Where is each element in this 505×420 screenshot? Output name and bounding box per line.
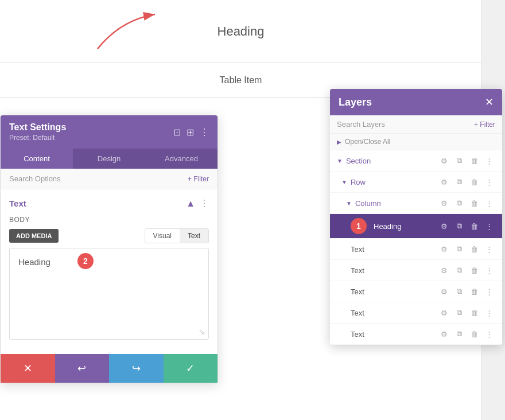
text-1-settings-icon[interactable]: ⚙ xyxy=(438,243,450,255)
add-media-button[interactable]: ADD MEDIA xyxy=(9,229,59,243)
text-5-more-icon[interactable]: ⋮ xyxy=(483,328,495,340)
section-chevron: ▼ xyxy=(337,158,343,164)
layers-search-input[interactable]: Search Layers xyxy=(337,120,474,129)
text-3-label: Text xyxy=(351,287,434,296)
row-copy-icon[interactable]: ⧉ xyxy=(453,176,465,188)
text-1-more-icon[interactable]: ⋮ xyxy=(483,243,495,255)
text-3-delete-icon[interactable]: 🗑 xyxy=(468,285,480,298)
section-more-icon[interactable]: ⋮ xyxy=(483,154,495,167)
more-options-icon[interactable]: ⋮ xyxy=(200,127,209,138)
tab-design[interactable]: Design xyxy=(73,149,145,169)
text-section-header: Text ▲ ⋮ xyxy=(9,198,209,209)
row-delete-icon[interactable]: 🗑 xyxy=(468,176,480,188)
text-5-copy-icon[interactable]: ⧉ xyxy=(453,328,465,340)
layer-item-text-2[interactable]: Text ⚙ ⧉ 🗑 ⋮ xyxy=(330,260,502,281)
text-4-delete-icon[interactable]: 🗑 xyxy=(468,306,480,319)
text-5-delete-icon[interactable]: 🗑 xyxy=(468,328,480,340)
column-settings-icon[interactable]: ⚙ xyxy=(438,197,450,209)
text-section-title: Text xyxy=(9,199,26,208)
heading-more-icon[interactable]: ⋮ xyxy=(483,220,495,232)
text-3-copy-icon[interactable]: ⧉ xyxy=(453,285,465,298)
text-2-label: Text xyxy=(351,266,434,275)
undo-button[interactable]: ↩ xyxy=(55,354,110,383)
text-1-delete-icon[interactable]: 🗑 xyxy=(468,243,480,255)
panel-title: Text Settings xyxy=(9,122,66,133)
text-5-settings-icon[interactable]: ⚙ xyxy=(438,328,450,340)
collapse-icon[interactable]: ▲ xyxy=(186,199,195,209)
panel-footer: ✕ ↩ ↪ ✓ xyxy=(1,354,217,383)
text-3-settings-icon[interactable]: ⚙ xyxy=(438,285,450,298)
text-3-more-icon[interactable]: ⋮ xyxy=(483,285,495,298)
panel-search-bar: Search Options + Filter xyxy=(1,169,217,189)
text-section-controls: ▲ ⋮ xyxy=(186,198,209,209)
row-more-icon[interactable]: ⋮ xyxy=(483,176,495,188)
layers-filter-button[interactable]: + Filter xyxy=(474,120,495,129)
section-settings-icon[interactable]: ⚙ xyxy=(438,154,450,167)
search-options-label: Search Options xyxy=(9,174,188,183)
row-icons: ⚙ ⧉ 🗑 ⋮ xyxy=(438,176,495,188)
column-more-icon[interactable]: ⋮ xyxy=(483,197,495,209)
layer-item-column[interactable]: ▼ Column ⚙ ⧉ 🗑 ⋮ xyxy=(330,193,502,214)
heading-copy-icon[interactable]: ⧉ xyxy=(453,220,465,232)
section-more-icon[interactable]: ⋮ xyxy=(200,198,209,209)
layer-item-text-4[interactable]: Text ⚙ ⧉ 🗑 ⋮ xyxy=(330,302,502,324)
fullscreen-icon[interactable]: ⊡ xyxy=(173,127,181,138)
columns-icon[interactable]: ⊞ xyxy=(187,127,194,138)
layers-header: Layers ✕ xyxy=(330,89,502,115)
editor-area[interactable]: Heading 2 ⇘ xyxy=(9,248,209,340)
layers-title: Layers xyxy=(339,96,372,108)
save-button[interactable]: ✓ xyxy=(164,354,218,383)
tab-content[interactable]: Content xyxy=(1,149,73,169)
layers-search-row: Search Layers + Filter xyxy=(330,115,502,134)
row-settings-icon[interactable]: ⚙ xyxy=(438,176,450,188)
layer-item-row[interactable]: ▼ Row ⚙ ⧉ 🗑 ⋮ xyxy=(330,172,502,193)
filter-button[interactable]: + Filter xyxy=(188,175,209,183)
section-copy-icon[interactable]: ⧉ xyxy=(453,154,465,167)
section-delete-icon[interactable]: 🗑 xyxy=(468,154,480,167)
panel-header: Text Settings Preset: Default ⊡ ⊞ ⋮ xyxy=(1,115,217,149)
text-2-delete-icon[interactable]: 🗑 xyxy=(468,264,480,277)
text-4-copy-icon[interactable]: ⧉ xyxy=(453,306,465,319)
body-label: Body xyxy=(9,216,209,224)
layer-item-heading[interactable]: 1 Heading ⚙ ⧉ 🗑 ⋮ xyxy=(330,214,502,239)
column-label: Column xyxy=(355,199,434,208)
heading-settings-icon[interactable]: ⚙ xyxy=(438,220,450,232)
heading-label: Heading xyxy=(374,222,434,231)
canvas-heading-text: Heading xyxy=(217,24,265,39)
column-copy-icon[interactable]: ⧉ xyxy=(453,197,465,209)
text-2-copy-icon[interactable]: ⧉ xyxy=(453,264,465,277)
tab-advanced[interactable]: Advanced xyxy=(145,149,217,169)
column-chevron: ▼ xyxy=(346,200,352,207)
arrow-indicator xyxy=(86,9,166,55)
preset-label[interactable]: Preset: Default xyxy=(9,134,66,142)
text-4-settings-icon[interactable]: ⚙ xyxy=(438,306,450,319)
layer-item-text-3[interactable]: Text ⚙ ⧉ 🗑 ⋮ xyxy=(330,281,502,302)
row-chevron: ▼ xyxy=(341,179,347,185)
layers-panel: Layers ✕ Search Layers + Filter ▶ Open/C… xyxy=(330,89,502,345)
text-1-label: Text xyxy=(351,245,434,254)
text-4-icons: ⚙ ⧉ 🗑 ⋮ xyxy=(438,306,495,319)
open-close-all[interactable]: ▶ Open/Close All xyxy=(330,134,502,150)
cancel-button[interactable]: ✕ xyxy=(1,354,55,383)
layer-item-text-5[interactable]: Text ⚙ ⧉ 🗑 ⋮ xyxy=(330,324,502,345)
column-delete-icon[interactable]: 🗑 xyxy=(468,197,480,209)
column-icons: ⚙ ⧉ 🗑 ⋮ xyxy=(438,197,495,209)
layer-item-section[interactable]: ▼ Section ⚙ ⧉ 🗑 ⋮ xyxy=(330,150,502,172)
visual-tab[interactable]: Visual xyxy=(145,229,180,243)
text-1-copy-icon[interactable]: ⧉ xyxy=(453,243,465,255)
text-4-more-icon[interactable]: ⋮ xyxy=(483,306,495,319)
resize-handle[interactable]: ⇘ xyxy=(199,327,205,336)
text-4-label: Text xyxy=(351,309,434,317)
panel-header-left: Text Settings Preset: Default xyxy=(9,122,66,142)
panel-header-icons: ⊡ ⊞ ⋮ xyxy=(173,127,209,138)
text-5-icons: ⚙ ⧉ 🗑 ⋮ xyxy=(438,328,495,340)
layer-item-text-1[interactable]: Text ⚙ ⧉ 🗑 ⋮ xyxy=(330,239,502,260)
text-2-settings-icon[interactable]: ⚙ xyxy=(438,264,450,277)
layers-close-button[interactable]: ✕ xyxy=(485,96,494,108)
redo-button[interactable]: ↪ xyxy=(109,354,164,383)
text-3-icons: ⚙ ⧉ 🗑 ⋮ xyxy=(438,285,495,298)
text-tab[interactable]: Text xyxy=(180,229,208,243)
section-label: Section xyxy=(346,157,434,165)
text-2-more-icon[interactable]: ⋮ xyxy=(483,264,495,277)
heading-delete-icon[interactable]: 🗑 xyxy=(468,220,480,232)
